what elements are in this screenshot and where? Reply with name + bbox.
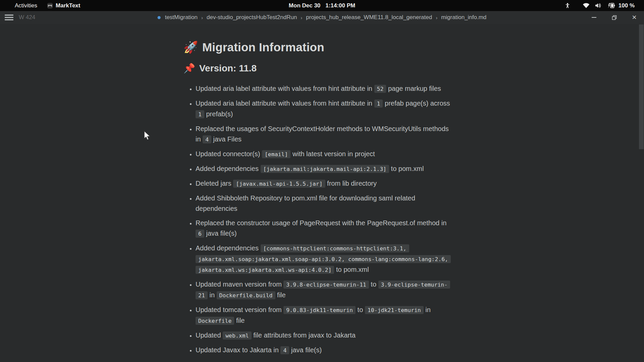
accessibility-icon xyxy=(565,3,571,9)
list-item: Updated maven version from 3.9.8-eclipse… xyxy=(196,279,452,301)
list-item: Updated web.xml file attributes from jav… xyxy=(196,330,452,341)
doc-title: 🚀Migration Information xyxy=(183,39,452,55)
rocket-emoji-icon: 🚀 xyxy=(183,41,198,54)
inline-code-badge: 1 xyxy=(196,110,204,118)
focused-app-indicator[interactable]: MarkText xyxy=(47,2,80,9)
inline-code-badge: Dockerfile.build xyxy=(217,291,275,299)
clock-time: 1:14:00 PM xyxy=(325,2,355,9)
list-item: Updated connector(s) [email] with latest… xyxy=(196,149,452,160)
breadcrumb-separator-icon: › xyxy=(435,15,438,20)
breadcrumb-item[interactable]: migration_info.md xyxy=(441,14,486,21)
list-item: Updated aria label attribute with values… xyxy=(196,98,452,120)
inline-code-badge: [jakarta.mail:jakarta.mail-api:2.1.3] xyxy=(261,165,389,173)
breadcrumb-item[interactable]: testMigration xyxy=(165,14,198,21)
markdown-document: 🚀Migration Information 📌Version: 11.8 Up… xyxy=(183,24,452,356)
gnome-top-bar: Activities MarkText Mon Dec 30 1:14:00 P… xyxy=(0,0,644,11)
clock-date: Mon Dec 30 xyxy=(289,2,320,9)
scrollbar-thumb[interactable] xyxy=(639,24,644,149)
inline-code-badge: 4 xyxy=(203,135,211,143)
doc-title-text: Migration Information xyxy=(202,41,324,54)
inline-code-badge: 3.9.8-eclipse-temurin-11 xyxy=(283,281,369,289)
list-item: Updated tomcat version from 9.0.83-jdk11… xyxy=(196,305,452,326)
app-name-label: MarkText xyxy=(56,2,80,9)
battery-percent-label: 100 % xyxy=(619,2,635,9)
list-item: Added Shibboleth Repository to pom.xml f… xyxy=(196,193,452,214)
wifi-icon xyxy=(583,3,590,8)
list-item: Updated aria label attribute with values… xyxy=(196,83,452,94)
breadcrumb-separator-icon: › xyxy=(300,15,303,20)
clock[interactable]: Mon Dec 30 1:14:00 PM xyxy=(289,0,355,11)
breadcrumb[interactable]: testMigration›dev-studio_projectsHubTest… xyxy=(158,14,487,21)
inline-code-badge: 52 xyxy=(374,85,386,93)
marktext-app-icon xyxy=(47,3,53,8)
inline-code-badge: [commons-httpclient:commons-httpclient:3… xyxy=(196,244,451,274)
list-item: Added dependencies [jakarta.mail:jakarta… xyxy=(196,164,452,174)
inline-code-badge: 1 xyxy=(374,100,383,108)
editor-content[interactable]: 🚀Migration Information 📌Version: 11.8 Up… xyxy=(0,24,644,362)
list-item: Replaced the constructor usage of PageRe… xyxy=(196,218,452,239)
inline-code-badge: 6 xyxy=(196,230,204,238)
inline-code-badge: [javax.mail-api-1.5.5.jar] xyxy=(233,180,325,188)
word-count-label: W 424 xyxy=(19,14,35,21)
volume-icon xyxy=(595,3,602,8)
bullet-list: Updated aria label attribute with values… xyxy=(183,83,452,356)
version-heading: 📌Version: 11.8 xyxy=(183,62,452,74)
restore-button[interactable] xyxy=(610,13,619,22)
inline-code-badge: Dockerfile xyxy=(196,317,234,325)
list-item: Replaced the usages of SecurityContextHo… xyxy=(196,124,452,145)
marktext-title-bar: W 424 testMigration›dev-studio_projectsH… xyxy=(0,11,644,24)
close-button[interactable]: ✕ xyxy=(630,13,639,22)
activities-button[interactable]: Activities xyxy=(15,2,37,9)
unsaved-dot-icon xyxy=(158,16,161,19)
version-heading-text: Version: 11.8 xyxy=(199,63,257,73)
list-item: Deleted jars [javax.mail-api-1.5.5.jar] … xyxy=(196,178,452,189)
battery-charging-icon xyxy=(606,3,615,8)
inline-code-badge: [email] xyxy=(262,150,291,158)
menu-hamburger-icon[interactable] xyxy=(5,15,13,20)
breadcrumb-separator-icon: › xyxy=(201,15,203,20)
inline-code-badge: 4 xyxy=(280,346,289,354)
pushpin-emoji-icon: 📌 xyxy=(183,63,195,73)
window-controls: ✕ xyxy=(590,13,639,22)
breadcrumb-item[interactable]: dev-studio_projectsHubTest2ndRun xyxy=(207,14,297,21)
inline-code-badge: 10-jdk21-temurin xyxy=(365,306,424,314)
inline-code-badge: web.xml xyxy=(223,331,252,340)
list-item: Updated Javax to Jakarta in 4 java file(… xyxy=(196,345,452,356)
system-status-area[interactable]: 100 % xyxy=(565,2,644,9)
inline-code-badge: 9.0.83-jdk11-temurin xyxy=(283,306,356,314)
list-item: Added dependencies [commons-httpclient:c… xyxy=(196,243,452,275)
minimize-button[interactable] xyxy=(590,13,598,22)
breadcrumb-item[interactable]: projects_hub_release_WME11.8_local_gener… xyxy=(306,14,432,21)
